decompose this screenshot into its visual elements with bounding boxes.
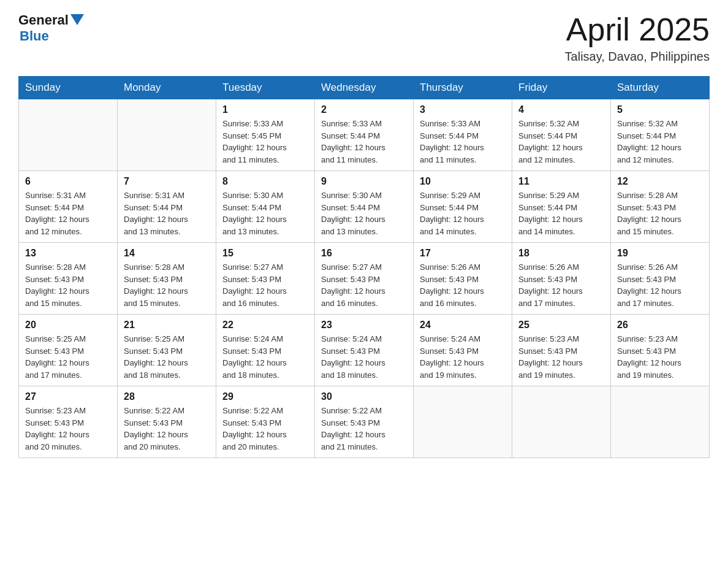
day-number: 17 (420, 248, 506, 259)
calendar-cell: 24Sunrise: 5:24 AMSunset: 5:43 PMDayligh… (414, 315, 512, 386)
weekday-header-tuesday: Tuesday (216, 77, 315, 99)
day-number: 4 (518, 104, 604, 115)
day-info: Sunrise: 5:22 AMSunset: 5:43 PMDaylight:… (222, 405, 308, 453)
calendar-cell (414, 386, 512, 458)
calendar-cell: 10Sunrise: 5:29 AMSunset: 5:44 PMDayligh… (414, 171, 512, 243)
day-info: Sunrise: 5:24 AMSunset: 5:43 PMDaylight:… (321, 333, 407, 381)
calendar-cell: 12Sunrise: 5:28 AMSunset: 5:43 PMDayligh… (611, 171, 710, 243)
day-info: Sunrise: 5:33 AMSunset: 5:44 PMDaylight:… (420, 118, 506, 166)
day-number: 19 (617, 248, 703, 259)
calendar-cell: 7Sunrise: 5:31 AMSunset: 5:44 PMDaylight… (118, 171, 216, 243)
day-number: 15 (222, 248, 308, 259)
calendar-week-row: 20Sunrise: 5:25 AMSunset: 5:43 PMDayligh… (19, 315, 710, 386)
calendar-cell: 23Sunrise: 5:24 AMSunset: 5:43 PMDayligh… (315, 315, 414, 386)
day-number: 9 (321, 176, 407, 187)
day-info: Sunrise: 5:31 AMSunset: 5:44 PMDaylight:… (124, 190, 210, 237)
day-info: Sunrise: 5:30 AMSunset: 5:44 PMDaylight:… (222, 190, 308, 237)
calendar-table: SundayMondayTuesdayWednesdayThursdayFrid… (18, 76, 710, 458)
calendar-cell: 11Sunrise: 5:29 AMSunset: 5:44 PMDayligh… (512, 171, 611, 243)
day-info: Sunrise: 5:23 AMSunset: 5:43 PMDaylight:… (25, 405, 111, 453)
day-number: 2 (321, 104, 407, 115)
calendar-cell: 30Sunrise: 5:22 AMSunset: 5:43 PMDayligh… (315, 386, 414, 458)
day-number: 6 (25, 176, 111, 187)
calendar-week-row: 6Sunrise: 5:31 AMSunset: 5:44 PMDaylight… (19, 171, 710, 243)
page-header: General Blue April 2025 Talisay, Davao, … (18, 12, 710, 64)
day-number: 7 (124, 176, 210, 187)
day-number: 13 (25, 248, 111, 259)
calendar-cell: 1Sunrise: 5:33 AMSunset: 5:45 PMDaylight… (216, 99, 315, 171)
weekday-header-sunday: Sunday (19, 77, 118, 99)
day-number: 25 (518, 320, 604, 331)
day-info: Sunrise: 5:23 AMSunset: 5:43 PMDaylight:… (518, 333, 604, 381)
month-year-title: April 2025 (565, 12, 710, 47)
calendar-cell: 15Sunrise: 5:27 AMSunset: 5:43 PMDayligh… (216, 243, 315, 315)
day-info: Sunrise: 5:29 AMSunset: 5:44 PMDaylight:… (518, 190, 604, 237)
calendar-week-row: 27Sunrise: 5:23 AMSunset: 5:43 PMDayligh… (19, 386, 710, 458)
day-info: Sunrise: 5:26 AMSunset: 5:43 PMDaylight:… (518, 261, 604, 309)
calendar-cell: 14Sunrise: 5:28 AMSunset: 5:43 PMDayligh… (118, 243, 216, 315)
calendar-cell: 18Sunrise: 5:26 AMSunset: 5:43 PMDayligh… (512, 243, 611, 315)
day-number: 3 (420, 104, 506, 115)
day-info: Sunrise: 5:32 AMSunset: 5:44 PMDaylight:… (518, 118, 604, 166)
day-info: Sunrise: 5:28 AMSunset: 5:43 PMDaylight:… (124, 261, 210, 309)
day-info: Sunrise: 5:33 AMSunset: 5:44 PMDaylight:… (321, 118, 407, 166)
logo-blue: Blue (20, 28, 49, 44)
weekday-header-saturday: Saturday (611, 77, 710, 99)
day-info: Sunrise: 5:24 AMSunset: 5:43 PMDaylight:… (420, 333, 506, 381)
calendar-week-row: 1Sunrise: 5:33 AMSunset: 5:45 PMDaylight… (19, 99, 710, 171)
day-number: 8 (222, 176, 308, 187)
day-number: 22 (222, 320, 308, 331)
calendar-cell: 8Sunrise: 5:30 AMSunset: 5:44 PMDaylight… (216, 171, 315, 243)
weekday-header-friday: Friday (512, 77, 611, 99)
day-number: 21 (124, 320, 210, 331)
logo: General Blue (18, 12, 84, 44)
svg-marker-0 (70, 14, 84, 25)
day-number: 29 (222, 391, 308, 402)
calendar-cell: 27Sunrise: 5:23 AMSunset: 5:43 PMDayligh… (19, 386, 118, 458)
day-info: Sunrise: 5:25 AMSunset: 5:43 PMDaylight:… (25, 333, 111, 381)
calendar-cell: 16Sunrise: 5:27 AMSunset: 5:43 PMDayligh… (315, 243, 414, 315)
calendar-cell: 22Sunrise: 5:24 AMSunset: 5:43 PMDayligh… (216, 315, 315, 386)
calendar-cell: 20Sunrise: 5:25 AMSunset: 5:43 PMDayligh… (19, 315, 118, 386)
weekday-header-thursday: Thursday (414, 77, 512, 99)
calendar-cell (512, 386, 611, 458)
day-number: 18 (518, 248, 604, 259)
day-number: 28 (124, 391, 210, 402)
calendar-cell: 13Sunrise: 5:28 AMSunset: 5:43 PMDayligh… (19, 243, 118, 315)
calendar-cell: 21Sunrise: 5:25 AMSunset: 5:43 PMDayligh… (118, 315, 216, 386)
day-number: 5 (617, 104, 703, 115)
calendar-cell: 17Sunrise: 5:26 AMSunset: 5:43 PMDayligh… (414, 243, 512, 315)
calendar-cell (611, 386, 710, 458)
day-number: 11 (518, 176, 604, 187)
day-info: Sunrise: 5:30 AMSunset: 5:44 PMDaylight:… (321, 190, 407, 237)
day-number: 16 (321, 248, 407, 259)
day-info: Sunrise: 5:28 AMSunset: 5:43 PMDaylight:… (25, 261, 111, 309)
day-info: Sunrise: 5:22 AMSunset: 5:43 PMDaylight:… (124, 405, 210, 453)
title-block: April 2025 Talisay, Davao, Philippines (565, 12, 710, 64)
day-info: Sunrise: 5:32 AMSunset: 5:44 PMDaylight:… (617, 118, 703, 166)
day-info: Sunrise: 5:23 AMSunset: 5:43 PMDaylight:… (617, 333, 703, 381)
day-info: Sunrise: 5:28 AMSunset: 5:43 PMDaylight:… (617, 190, 703, 237)
weekday-header-row: SundayMondayTuesdayWednesdayThursdayFrid… (19, 77, 710, 99)
day-info: Sunrise: 5:33 AMSunset: 5:45 PMDaylight:… (222, 118, 308, 166)
day-info: Sunrise: 5:29 AMSunset: 5:44 PMDaylight:… (420, 190, 506, 237)
calendar-cell: 19Sunrise: 5:26 AMSunset: 5:43 PMDayligh… (611, 243, 710, 315)
day-info: Sunrise: 5:25 AMSunset: 5:43 PMDaylight:… (124, 333, 210, 381)
day-number: 12 (617, 176, 703, 187)
day-info: Sunrise: 5:26 AMSunset: 5:43 PMDaylight:… (420, 261, 506, 309)
calendar-cell: 26Sunrise: 5:23 AMSunset: 5:43 PMDayligh… (611, 315, 710, 386)
day-info: Sunrise: 5:27 AMSunset: 5:43 PMDaylight:… (222, 261, 308, 309)
day-number: 14 (124, 248, 210, 259)
calendar-cell: 6Sunrise: 5:31 AMSunset: 5:44 PMDaylight… (19, 171, 118, 243)
logo-general: General (18, 12, 69, 28)
calendar-cell: 29Sunrise: 5:22 AMSunset: 5:43 PMDayligh… (216, 386, 315, 458)
day-info: Sunrise: 5:26 AMSunset: 5:43 PMDaylight:… (617, 261, 703, 309)
calendar-cell: 4Sunrise: 5:32 AMSunset: 5:44 PMDaylight… (512, 99, 611, 171)
logo-triangle-icon (70, 14, 84, 25)
day-number: 24 (420, 320, 506, 331)
calendar-week-row: 13Sunrise: 5:28 AMSunset: 5:43 PMDayligh… (19, 243, 710, 315)
calendar-body: 1Sunrise: 5:33 AMSunset: 5:45 PMDaylight… (19, 99, 710, 458)
day-number: 20 (25, 320, 111, 331)
day-number: 10 (420, 176, 506, 187)
weekday-header-monday: Monday (118, 77, 216, 99)
